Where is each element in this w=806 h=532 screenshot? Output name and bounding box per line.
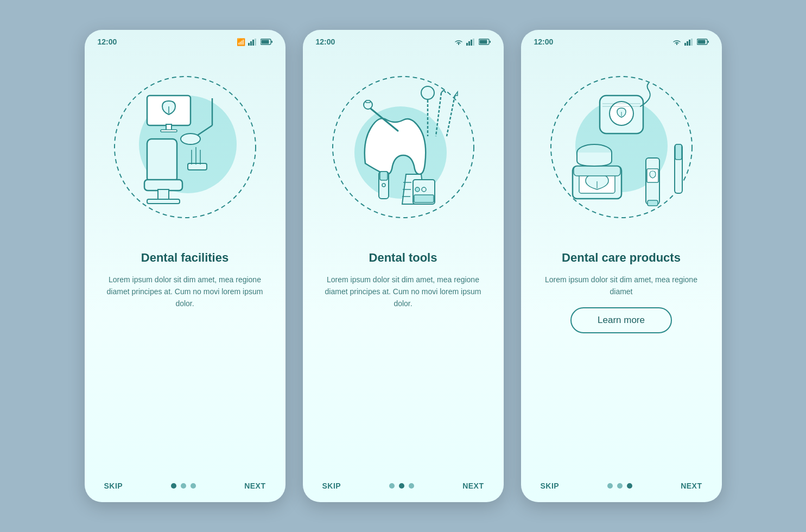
next-btn-2[interactable]: NEXT: [462, 482, 484, 490]
screen-dental-tools: 12:00: [303, 30, 504, 502]
wifi-icon-1: 📶: [237, 38, 245, 46]
svg-rect-50: [687, 41, 688, 46]
svg-rect-49: [684, 43, 686, 46]
svg-point-46: [415, 187, 420, 192]
dot-1-3: [191, 483, 196, 489]
illustration-dental-care: [521, 49, 722, 245]
content-dental-facilities: Dental facilities Lorem ipsum dolor sit …: [85, 245, 285, 474]
svg-rect-29: [490, 41, 491, 43]
status-icons-2: [454, 39, 491, 46]
status-icons-1: 📶: [237, 38, 272, 46]
dot-3-1: [607, 483, 613, 489]
skip-btn-1[interactable]: SKIP: [104, 482, 123, 490]
content-dental-care: Dental care products Lorem ipsum dolor s…: [521, 245, 722, 474]
svg-rect-40: [380, 172, 388, 180]
svg-point-41: [382, 183, 385, 187]
next-btn-1[interactable]: NEXT: [244, 482, 265, 490]
wifi-icon-2: [454, 39, 464, 46]
svg-rect-5: [261, 40, 269, 44]
title-dental-tools: Dental tools: [320, 250, 486, 266]
content-dental-tools: Dental tools Lorem ipsum dolor sit dim a…: [303, 245, 504, 474]
svg-rect-18: [147, 199, 180, 204]
svg-line-38: [447, 96, 455, 136]
dot-3-2: [617, 483, 623, 489]
learn-more-button[interactable]: Learn more: [570, 307, 672, 333]
svg-rect-23: [466, 43, 468, 46]
signal-icon-2: [466, 39, 476, 46]
title-dental-care: Dental care products: [538, 250, 705, 266]
svg-rect-15: [147, 139, 177, 182]
svg-rect-34: [366, 100, 370, 103]
svg-point-36: [421, 86, 434, 99]
body-dental-care: Lorem ipsum dolor sit dim amet, mea regi…: [538, 274, 705, 298]
svg-rect-48: [414, 195, 434, 202]
time-1: 12:00: [98, 37, 117, 46]
svg-rect-28: [479, 40, 487, 44]
dot-1-1: [171, 483, 176, 489]
illustration-dental-facilities: [85, 49, 285, 245]
svg-rect-3: [255, 39, 256, 46]
bottom-nav-2: SKIP NEXT: [303, 474, 504, 502]
battery-icon-2: [479, 39, 491, 45]
svg-rect-24: [468, 41, 470, 46]
svg-rect-0: [248, 43, 250, 46]
svg-rect-19: [188, 163, 207, 170]
dots-1: [171, 483, 196, 489]
bottom-nav-3: SKIP NEXT: [521, 474, 722, 502]
svg-rect-55: [708, 41, 709, 43]
dots-3: [607, 483, 632, 489]
body-dental-tools: Lorem ipsum dolor sit dim amet, mea regi…: [320, 274, 486, 310]
skip-btn-3[interactable]: SKIP: [541, 482, 560, 490]
next-btn-3[interactable]: NEXT: [681, 482, 702, 490]
body-dental-facilities: Lorem ipsum dolor sit dim amet, mea regi…: [102, 274, 268, 310]
dot-2-2: [399, 483, 404, 489]
svg-rect-66: [675, 144, 682, 160]
status-bar-2: 12:00: [303, 30, 504, 49]
svg-rect-1: [250, 41, 252, 46]
svg-rect-54: [697, 40, 705, 44]
dot-3-3: [627, 483, 632, 489]
screen-dental-facilities: 12:00 📶: [85, 30, 285, 502]
dot-1-2: [181, 483, 186, 489]
svg-rect-69: [574, 166, 620, 176]
skip-btn-2[interactable]: SKIP: [322, 482, 341, 490]
status-icons-3: [672, 39, 709, 46]
svg-point-14: [181, 134, 200, 144]
svg-rect-52: [691, 39, 693, 46]
wifi-icon-3: [672, 39, 682, 46]
svg-rect-2: [252, 40, 254, 46]
title-dental-facilities: Dental facilities: [102, 250, 268, 266]
dot-2-1: [389, 483, 395, 489]
svg-rect-51: [689, 40, 690, 46]
svg-rect-11: [161, 130, 177, 132]
signal-icon-1: [248, 39, 258, 46]
battery-icon-3: [697, 39, 709, 45]
time-2: 12:00: [316, 37, 335, 46]
screens-container: 12:00 📶: [85, 30, 722, 502]
svg-rect-64: [648, 200, 658, 206]
status-bar-1: 12:00 📶: [85, 30, 285, 49]
battery-icon-1: [261, 39, 272, 45]
bottom-nav-1: SKIP NEXT: [85, 474, 285, 502]
signal-icon-3: [684, 39, 694, 46]
svg-rect-26: [473, 39, 474, 46]
time-3: 12:00: [534, 37, 554, 46]
status-bar-3: 12:00: [521, 30, 722, 49]
dot-2-3: [409, 483, 414, 489]
illustration-dental-tools: [303, 49, 504, 245]
screen-dental-care: 12:00: [521, 30, 722, 502]
dots-2: [389, 483, 414, 489]
svg-rect-6: [271, 41, 272, 43]
svg-rect-25: [471, 40, 472, 46]
